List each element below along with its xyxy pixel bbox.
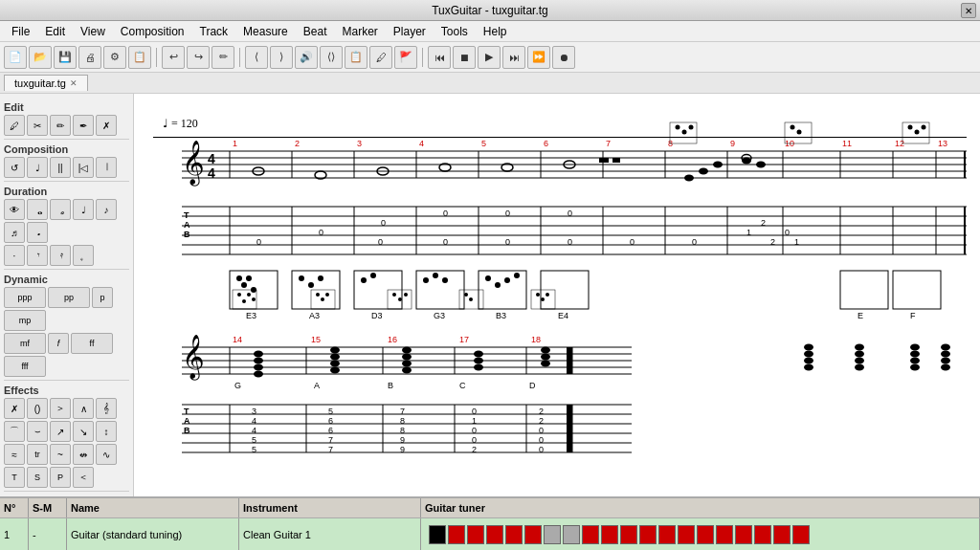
menu-tools[interactable]: Tools: [434, 23, 476, 40]
eff-up[interactable]: ↗: [50, 421, 71, 442]
toolbar-next[interactable]: ⟩: [270, 46, 293, 69]
toolbar-save[interactable]: 💾: [54, 46, 77, 69]
toolbar-print[interactable]: 🖨: [78, 46, 101, 69]
eff-x[interactable]: ✗: [4, 398, 25, 419]
dur-16th[interactable]: ♬: [4, 222, 25, 243]
toolbar-mode[interactable]: ⟨⟩: [320, 46, 343, 69]
eff-S[interactable]: S: [27, 467, 48, 488]
eff-less[interactable]: ＜: [73, 467, 94, 488]
menu-marker[interactable]: Marker: [334, 23, 385, 40]
dur-rest1[interactable]: 𝄾: [27, 245, 48, 266]
dur-eye[interactable]: 👁: [4, 199, 25, 220]
toolbar-play[interactable]: ▶: [478, 46, 501, 69]
dyn-ff[interactable]: ff: [71, 333, 113, 354]
track-row-1[interactable]: 1 - Guitar (standard tuning) Clean Guita…: [0, 518, 980, 550]
dur-rest2[interactable]: 𝄿: [50, 245, 71, 266]
edit-eraser[interactable]: ✏: [50, 115, 71, 136]
dyn-pp[interactable]: pp: [48, 287, 90, 308]
toolbar-volume[interactable]: 🔊: [295, 46, 318, 69]
toolbar-fastfwd[interactable]: ⏩: [527, 46, 550, 69]
eff-T[interactable]: T: [4, 467, 25, 488]
edit-x[interactable]: ✗: [96, 115, 117, 136]
svg-point-158: [254, 358, 263, 364]
comp-double-bar[interactable]: 𝄁: [96, 157, 117, 178]
tuner-cell-10: [601, 525, 618, 544]
toolbar-clipboard[interactable]: 📋: [128, 46, 151, 69]
dyn-f[interactable]: f: [48, 333, 69, 354]
tab-close-icon[interactable]: ✕: [70, 78, 78, 88]
dur-whole[interactable]: 𝅝: [27, 199, 48, 220]
eff-vib[interactable]: ≈: [4, 444, 25, 465]
dur-quarter[interactable]: ♩: [73, 199, 94, 220]
score-tab[interactable]: tuxguitar.tg ✕: [4, 75, 88, 91]
menu-player[interactable]: Player: [386, 23, 434, 40]
toolbar-stop[interactable]: ⏹: [453, 46, 476, 69]
comp-loop[interactable]: ↺: [4, 157, 25, 178]
dur-rest3[interactable]: 𝆀: [73, 245, 94, 266]
dur-eighth[interactable]: ♪: [96, 199, 117, 220]
tuner-cell-20: [792, 525, 810, 544]
eff-squig[interactable]: ∿: [96, 444, 117, 465]
score-area[interactable]: ♩ = 120 𝄞 4 4: [134, 94, 980, 496]
toolbar-new[interactable]: 📄: [4, 46, 27, 69]
edit-cut[interactable]: ✂: [27, 115, 48, 136]
svg-text:15: 15: [311, 335, 321, 344]
comp-repeat[interactable]: ||: [50, 157, 71, 178]
dyn-fff[interactable]: fff: [4, 356, 46, 377]
edit-pencil[interactable]: ✒: [73, 115, 94, 136]
eff-trill[interactable]: tr: [27, 444, 48, 465]
tuner-cell-14: [678, 525, 695, 544]
svg-text:0: 0: [505, 209, 510, 218]
eff-slur[interactable]: ⌒: [4, 421, 25, 442]
eff-slide[interactable]: ⌣: [27, 421, 48, 442]
toolbar-forward[interactable]: ⏭: [502, 46, 525, 69]
comp-note[interactable]: ♩: [27, 157, 48, 178]
toolbar-copy[interactable]: 📋: [345, 46, 368, 69]
eff-wave[interactable]: ~: [50, 444, 71, 465]
eff-accent[interactable]: ＞: [50, 398, 71, 419]
svg-text:E3: E3: [246, 311, 256, 320]
toolbar-pen[interactable]: 🖊: [369, 46, 392, 69]
toolbar-redo[interactable]: ↪: [187, 46, 210, 69]
menu-beat[interactable]: Beat: [296, 23, 335, 40]
menu-help[interactable]: Help: [476, 23, 515, 40]
menu-measure[interactable]: Measure: [235, 23, 296, 40]
eff-harm[interactable]: ↮: [73, 444, 94, 465]
dyn-ppp[interactable]: ppp: [4, 287, 46, 308]
menu-edit[interactable]: Edit: [37, 23, 73, 40]
toolbar-prev[interactable]: ⟨: [245, 46, 268, 69]
svg-point-228: [404, 293, 408, 297]
menu-file[interactable]: File: [4, 23, 37, 40]
sep1: [4, 139, 129, 140]
toolbar-rewind[interactable]: ⏮: [428, 46, 451, 69]
svg-text:B: B: [184, 426, 190, 435]
eff-bend[interactable]: ↕: [96, 421, 117, 442]
dur-dot[interactable]: ·: [4, 245, 25, 266]
svg-point-71: [756, 162, 766, 168]
edit-pen[interactable]: 🖊: [4, 115, 25, 136]
dur-32nd[interactable]: 𝅘: [27, 222, 48, 243]
dyn-mp[interactable]: mp: [4, 310, 46, 331]
menu-composition[interactable]: Composition: [113, 23, 192, 40]
toolbar-open[interactable]: 📂: [29, 46, 52, 69]
comp-repeat2[interactable]: |◁: [73, 157, 94, 178]
dyn-mf[interactable]: mf: [4, 333, 46, 354]
dur-half[interactable]: 𝅗: [50, 199, 71, 220]
toolbar-record[interactable]: ⏺: [552, 46, 575, 69]
close-button[interactable]: ✕: [961, 3, 976, 18]
toolbar-flag[interactable]: 🚩: [394, 46, 417, 69]
toolbar-undo[interactable]: ↩: [162, 46, 185, 69]
svg-point-206: [676, 125, 680, 130]
dyn-p[interactable]: p: [92, 287, 113, 308]
eff-P[interactable]: P: [50, 467, 71, 488]
eff-clef[interactable]: 𝄞: [96, 398, 117, 419]
toolbar-settings[interactable]: ⚙: [103, 46, 126, 69]
eff-marcato[interactable]: ∧: [73, 398, 94, 419]
svg-text:D: D: [529, 381, 536, 390]
eff-down[interactable]: ↘: [73, 421, 94, 442]
toolbar-edit[interactable]: ✏: [212, 46, 234, 69]
menu-track[interactable]: Track: [192, 23, 236, 40]
menu-view[interactable]: View: [73, 23, 113, 40]
svg-point-88: [370, 273, 376, 278]
eff-paren[interactable]: (): [27, 398, 48, 419]
